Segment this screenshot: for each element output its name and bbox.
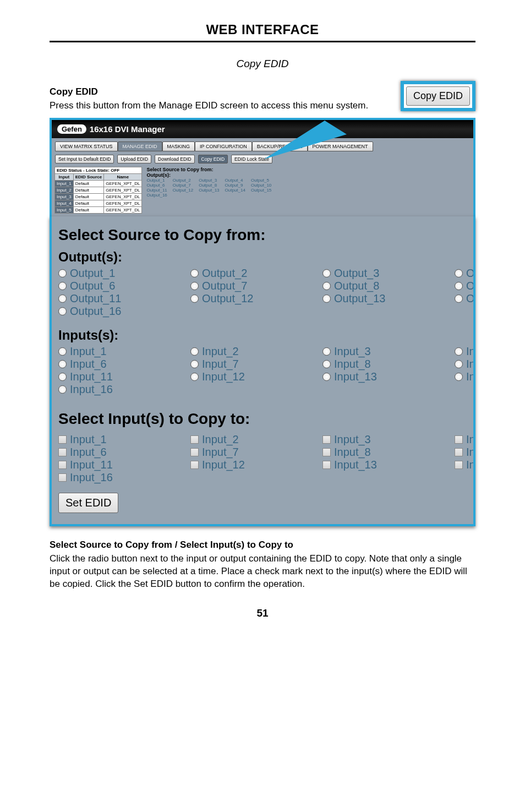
output-radio: Output_7 bbox=[190, 280, 306, 292]
output-radio: Outpu bbox=[455, 280, 475, 292]
table-row: Input_4DefaultGEFEN_XPT_DL bbox=[55, 200, 142, 206]
input-radio: Input_16 bbox=[58, 383, 174, 396]
tab-manage-edid[interactable]: MANAGE EDID bbox=[118, 141, 162, 151]
copyto-check: Input_7 bbox=[190, 446, 306, 459]
page-number: 51 bbox=[50, 607, 475, 619]
tab-masking[interactable]: MASKING bbox=[162, 141, 195, 151]
col-source: EDID Source bbox=[73, 173, 103, 180]
input-radio: Input_ bbox=[455, 370, 475, 383]
output-radio: Output_11 bbox=[58, 292, 174, 305]
input-radio: Input_3 bbox=[322, 345, 438, 358]
btn-download[interactable]: Download EDID bbox=[155, 155, 194, 164]
copyto-check: Input_16 bbox=[58, 471, 174, 484]
output-radio: Output_12 bbox=[190, 292, 306, 305]
zoom-panel: Select Source to Copy from: Output(s): O… bbox=[50, 216, 475, 526]
copyto-check: Input_8 bbox=[322, 446, 438, 459]
section-subtitle: Copy EDID bbox=[50, 58, 475, 70]
table-row: Input_1DefaultGEFEN_XPT_DL bbox=[55, 180, 142, 187]
output-radio: Output_8 bbox=[322, 280, 438, 292]
copyto-check: Input_11 bbox=[58, 459, 174, 471]
copyto-check: Input_ bbox=[455, 446, 475, 459]
output-radio: Outpu bbox=[455, 267, 475, 280]
inputs-label: Inputs(s): bbox=[58, 328, 473, 343]
output-radio: Output_2 bbox=[190, 267, 306, 280]
zoom-title: Select Source to Copy from: bbox=[58, 226, 473, 244]
set-edid-button[interactable]: Set EDID bbox=[58, 493, 118, 513]
col-name: Name bbox=[104, 173, 142, 180]
small-outputs-grid: Output_1Output_2Output_3Output_4Output_5… bbox=[146, 178, 271, 198]
edid-caption: EDID Status - Lock State: OFF bbox=[54, 167, 142, 173]
svg-marker-0 bbox=[264, 121, 347, 159]
copyto-title: Select Input(s) to Copy to: bbox=[58, 410, 473, 428]
brand-logo: Gefen bbox=[57, 124, 86, 134]
copyto-check[interactable]: Input_1 bbox=[58, 433, 174, 446]
output-radio: Output_6 bbox=[58, 280, 174, 292]
table-row: Input_3DefaultGEFEN_XPT_DL bbox=[55, 193, 142, 200]
copyto-check: Input_2 bbox=[190, 433, 306, 446]
copyto-check: Input_13 bbox=[322, 459, 438, 471]
input-radio: Input_7 bbox=[190, 358, 306, 370]
output-radio: Output_3 bbox=[322, 267, 438, 280]
btn-set-default[interactable]: Set Input to Default EDID bbox=[55, 155, 114, 164]
tab-view-matrix[interactable]: VIEW MATRIX STATUS bbox=[55, 141, 118, 151]
page-title: WEB INTERFACE bbox=[50, 22, 475, 42]
input-radio: Input_ bbox=[455, 345, 475, 358]
edid-table: Input EDID Source Name Input_1DefaultGEF… bbox=[54, 173, 142, 214]
input-radio[interactable]: Input_1 bbox=[58, 345, 174, 358]
input-radio: Input_2 bbox=[190, 345, 306, 358]
tab-ip-config[interactable]: IP CONFIGURATION bbox=[195, 141, 252, 151]
small-copy-title: Select Source to Copy from: bbox=[146, 167, 213, 172]
footer-body: Click the radio button next to the input… bbox=[50, 553, 475, 591]
intro-title: Copy EDID bbox=[50, 86, 368, 97]
small-outputs-label: Output(s): bbox=[146, 172, 170, 178]
table-row: Input_2DefaultGEFEN_XPT_DL bbox=[55, 187, 142, 193]
copyto-check: Input_ bbox=[455, 433, 475, 446]
copyto-check: Input_ bbox=[455, 459, 475, 471]
col-input: Input bbox=[55, 173, 74, 180]
input-radio: Input_ bbox=[455, 358, 475, 370]
input-radio: Input_11 bbox=[58, 370, 174, 383]
copyto-check: Input_6 bbox=[58, 446, 174, 459]
copyto-check: Input_12 bbox=[190, 459, 306, 471]
copy-edid-callout: Copy EDID bbox=[401, 81, 475, 111]
btn-copy-edid[interactable]: Copy EDID bbox=[198, 155, 228, 164]
output-radio[interactable]: Output_1 bbox=[58, 267, 174, 280]
app-title: 16x16 DVI Manager bbox=[90, 124, 165, 134]
table-row: Input_5DefaultGEFEN_XPT_DL bbox=[55, 206, 142, 213]
output-radio: Output_13 bbox=[322, 292, 438, 305]
outputs-label: Output(s): bbox=[58, 249, 473, 265]
copy-edid-button[interactable]: Copy EDID bbox=[406, 86, 470, 106]
input-radio: Input_8 bbox=[322, 358, 438, 370]
footer-heading: Select Source to Copy from / Select Inpu… bbox=[50, 539, 475, 551]
btn-upload[interactable]: Upload EDID bbox=[117, 155, 151, 164]
input-radio: Input_13 bbox=[322, 370, 438, 383]
input-radio: Input_12 bbox=[190, 370, 306, 383]
output-radio: Output_16 bbox=[58, 305, 174, 318]
output-radio: Outpu bbox=[455, 292, 475, 305]
input-radio: Input_6 bbox=[58, 358, 174, 370]
intro-body: Press this button from the Manage EDID s… bbox=[50, 100, 368, 112]
copyto-check: Input_3 bbox=[322, 433, 438, 446]
